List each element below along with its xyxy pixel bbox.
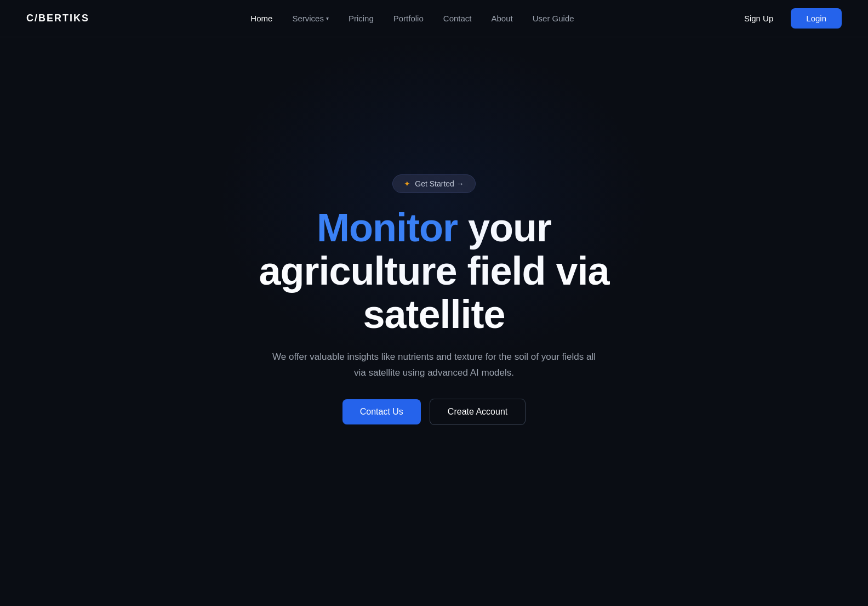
nav-item-portfolio[interactable]: Portfolio	[393, 14, 424, 24]
hero-title: Monitor your agriculture field via satel…	[220, 206, 648, 337]
nav-links: Home Services ▾ Pricing Portfolio Contac…	[250, 14, 574, 24]
navbar: C/BERTIKS Home Services ▾ Pricing Portfo…	[0, 0, 868, 37]
get-started-badge[interactable]: ✦ Get Started →	[392, 174, 475, 193]
nav-item-about[interactable]: About	[492, 14, 513, 24]
create-account-button[interactable]: Create Account	[430, 399, 526, 425]
hero-buttons: Contact Us Create Account	[342, 399, 526, 425]
sparkle-icon: ✦	[404, 179, 410, 188]
badge-label: Get Started →	[415, 179, 464, 188]
nav-item-user-guide[interactable]: User Guide	[533, 14, 574, 24]
nav-link-pricing[interactable]: Pricing	[349, 14, 374, 23]
nav-link-about[interactable]: About	[492, 14, 513, 23]
hero-content: ✦ Get Started → Monitor your agriculture…	[220, 174, 648, 425]
nav-link-user-guide[interactable]: User Guide	[533, 14, 574, 23]
nav-actions: Sign Up Login	[735, 8, 842, 29]
hero-section: ✦ Get Started → Monitor your agriculture…	[0, 0, 868, 606]
nav-item-home[interactable]: Home	[250, 14, 272, 24]
hero-title-highlight: Monitor	[317, 206, 458, 250]
nav-item-services[interactable]: Services ▾	[292, 14, 329, 23]
nav-item-contact[interactable]: Contact	[443, 14, 472, 24]
nav-link-home[interactable]: Home	[250, 14, 272, 23]
login-button[interactable]: Login	[791, 8, 842, 29]
chevron-down-icon: ▾	[326, 15, 329, 21]
nav-item-pricing[interactable]: Pricing	[349, 14, 374, 24]
nav-link-portfolio[interactable]: Portfolio	[393, 14, 424, 23]
contact-us-button[interactable]: Contact Us	[342, 399, 421, 424]
nav-link-contact[interactable]: Contact	[443, 14, 472, 23]
nav-link-services[interactable]: Services ▾	[292, 14, 329, 23]
signup-button[interactable]: Sign Up	[735, 9, 782, 27]
hero-subtitle: We offer valuable insights like nutrient…	[270, 349, 598, 381]
logo[interactable]: C/BERTIKS	[26, 13, 89, 24]
